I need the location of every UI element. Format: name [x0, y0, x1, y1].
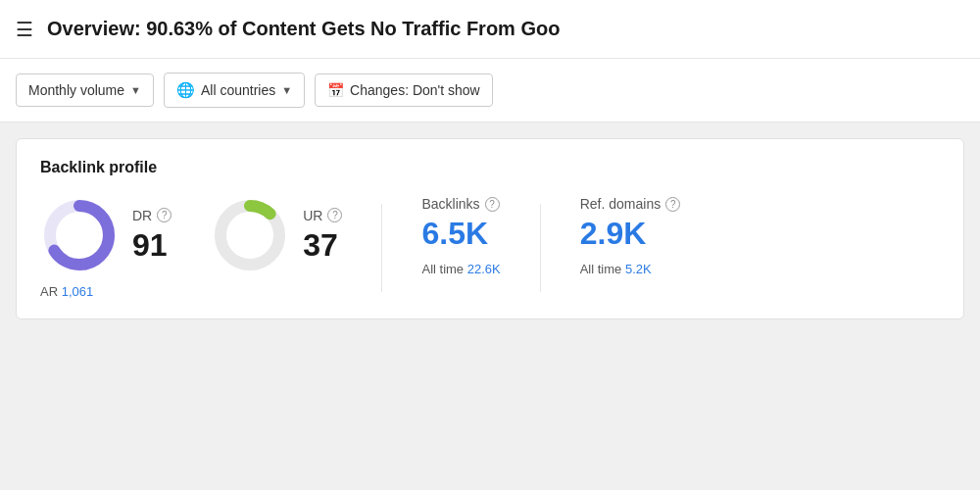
backlinks-value: 6.5K	[421, 216, 499, 252]
ur-donut-chart	[211, 196, 289, 274]
dr-label-text: DR	[132, 208, 152, 223]
backlinks-label-group: Backlinks ? 6.5K	[421, 196, 499, 252]
svg-point-2	[64, 220, 95, 251]
dr-donut-chart	[40, 196, 119, 274]
header: ☰ Overview: 90.63% of Content Gets No Tr…	[0, 0, 980, 59]
backlinks-alltime-value: 22.6K	[467, 262, 501, 276]
monthly-volume-dropdown[interactable]: Monthly volume ▼	[16, 74, 154, 107]
globe-icon: 🌐	[176, 81, 195, 99]
monthly-volume-label: Monthly volume	[28, 82, 124, 98]
backlinks-label: Backlinks ?	[421, 196, 499, 212]
backlinks-help-icon[interactable]: ?	[485, 197, 500, 212]
ur-label-text: UR	[303, 208, 322, 223]
ref-domains-help-icon[interactable]: ?	[665, 197, 680, 212]
metrics-divider-2	[540, 204, 541, 292]
backlinks-label-text: Backlinks	[421, 196, 479, 212]
hamburger-icon[interactable]: ☰	[16, 18, 33, 41]
dr-help-icon[interactable]: ?	[157, 208, 172, 222]
ref-domains-label-group: Ref. domains ? 2.9K	[580, 196, 680, 252]
ur-value: 37	[303, 227, 342, 264]
page-title: Overview: 90.63% of Content Gets No Traf…	[47, 18, 560, 40]
ref-domains-alltime-value: 5.2K	[625, 262, 652, 276]
metric-ur: UR ? 37	[211, 196, 342, 282]
metric-ur-top: UR ? 37	[211, 196, 342, 274]
metric-dr: DR ? 91 AR 1,061	[40, 196, 172, 299]
chevron-down-icon: ▼	[130, 84, 141, 96]
toolbar: Monthly volume ▼ 🌐 All countries ▼ 📅 Cha…	[0, 59, 980, 122]
calendar-icon: 📅	[327, 82, 344, 98]
metric-ref-domains: Ref. domains ? 2.9K All time 5.2K	[580, 196, 680, 276]
ur-help-icon[interactable]: ?	[327, 208, 342, 222]
metric-dr-top: DR ? 91	[40, 196, 172, 274]
all-countries-dropdown[interactable]: 🌐 All countries ▼	[164, 73, 305, 108]
dr-label: DR ?	[132, 208, 172, 223]
ur-label-group: UR ? 37	[303, 208, 342, 264]
metric-backlinks: Backlinks ? 6.5K All time 22.6K	[421, 196, 500, 276]
all-countries-label: All countries	[201, 82, 275, 98]
metrics-divider-1	[381, 204, 382, 292]
metric-backlinks-top: Backlinks ? 6.5K	[421, 196, 499, 252]
ref-domains-footer: All time 5.2K	[580, 262, 652, 276]
chevron-down-icon-2: ▼	[281, 84, 292, 96]
main-content: Backlink profile DR ?	[0, 122, 980, 490]
dr-ar-value: 1,061	[62, 284, 94, 299]
dr-value: 91	[132, 227, 172, 264]
backlinks-footer: All time 22.6K	[421, 262, 500, 276]
backlink-profile-card: Backlink profile DR ?	[16, 138, 964, 319]
dr-footer: AR 1,061	[40, 284, 93, 299]
svg-point-5	[234, 220, 266, 251]
dr-label-group: DR ? 91	[132, 208, 172, 264]
ref-domains-label: Ref. domains ?	[580, 196, 680, 212]
card-title: Backlink profile	[40, 159, 940, 176]
metric-ref-domains-top: Ref. domains ? 2.9K	[580, 196, 680, 252]
ref-domains-value: 2.9K	[580, 216, 680, 252]
ref-domains-label-text: Ref. domains	[580, 196, 661, 212]
ur-label: UR ?	[303, 208, 342, 223]
changes-label: Changes: Don't show	[350, 82, 480, 98]
changes-dropdown[interactable]: 📅 Changes: Don't show	[315, 74, 493, 107]
metrics-row: DR ? 91 AR 1,061	[40, 196, 940, 299]
